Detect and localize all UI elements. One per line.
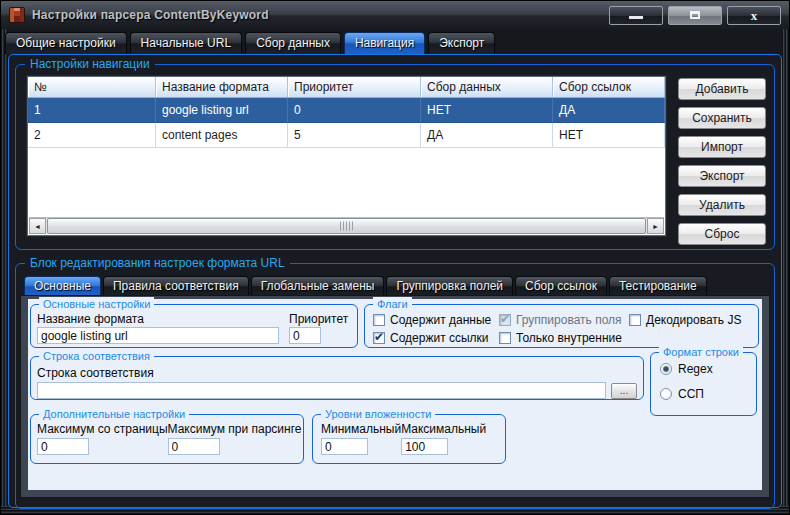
checkbox-icon (499, 314, 511, 326)
maximize-button[interactable] (668, 6, 722, 25)
window-title: Настройки парсера ContentByKeyword (32, 8, 269, 22)
string-format-group-title: Формат строки (659, 345, 743, 359)
window-frame-left (1, 29, 8, 514)
table-cell: ДА (421, 123, 553, 148)
flag-label: Группировать поля (516, 313, 622, 327)
editor-tab[interactable]: Правила соответствия (103, 276, 249, 296)
max-parsing-label: Максимум при парсинге (168, 422, 302, 436)
formats-table: №Название форматаПриоритетСбор данныхСбо… (27, 76, 666, 236)
table-cell: 1 (28, 98, 156, 123)
app-window: Настройки парсера ContentByKeyword x Общ… (0, 0, 790, 515)
экспорт-button[interactable]: Экспорт (678, 165, 766, 187)
close-icon: x (728, 7, 780, 24)
close-button[interactable]: x (727, 6, 781, 25)
max-from-page-input[interactable] (37, 438, 89, 455)
table-cell: НЕТ (421, 98, 553, 123)
table-header-cell[interactable]: Название формата (156, 77, 288, 97)
editor-tab[interactable]: Сбор ссылок (515, 276, 607, 296)
flag-label: Декодировать JS (646, 313, 741, 327)
table-header-cell[interactable]: № (28, 77, 156, 97)
main-tab[interactable]: Навигация (344, 32, 425, 54)
table-cell: ДА (553, 98, 665, 123)
main-tab[interactable]: Начальные URL (130, 32, 243, 54)
main-tab[interactable]: Экспорт (428, 32, 495, 54)
table-row[interactable]: 2content pages5ДАНЕТ (28, 123, 665, 148)
table-header-cell[interactable]: Приоритет (288, 77, 421, 97)
additional-settings-group: Дополнительные настройки Максимум со стр… (30, 414, 304, 464)
main-tab[interactable]: Общие настройки (5, 32, 127, 54)
navigation-settings-group: Настройки навигации №Название форматаПри… (15, 64, 775, 250)
format-name-input[interactable] (37, 327, 279, 344)
titlebar[interactable]: Настройки парсера ContentByKeyword x (1, 1, 789, 29)
table-header-cell[interactable]: Сбор данных (421, 77, 553, 97)
priority-input[interactable] (289, 327, 321, 344)
basic-settings-group: Основные настройки Название формата Прио… (30, 304, 358, 348)
table-header-cell[interactable]: Сбор ссылок (553, 77, 665, 97)
url-format-editor-group: Блок редактирования настроек формата URL… (15, 263, 775, 509)
basic-settings-group-title: Основные настройки (39, 297, 154, 311)
удалить-button[interactable]: Удалить (678, 194, 766, 216)
flags-group-title: Флаги (373, 297, 412, 311)
flag-checkbox[interactable]: Содержит ссылки (373, 329, 499, 347)
scroll-right-button[interactable]: ► (647, 218, 664, 234)
match-string-label: Строка соответствия (37, 366, 154, 380)
flag-label: Содержит данные (390, 313, 491, 327)
additional-settings-group-title: Дополнительные настройки (39, 407, 189, 421)
добавить-button[interactable]: Добавить (678, 78, 766, 100)
window-frame-right (782, 29, 789, 514)
radio-icon (660, 388, 672, 400)
format-name-label: Название формата (37, 312, 279, 326)
string-format-radio[interactable]: Regex (660, 362, 756, 376)
url-format-editor-group-title: Блок редактирования настроек формата URL (25, 256, 290, 270)
max-from-page-label: Максимум со страницы (37, 422, 168, 436)
main-tab[interactable]: Сбор данных (245, 32, 341, 54)
table-cell: google listing url (156, 98, 288, 123)
string-format-radio[interactable]: ССП (660, 387, 756, 401)
editor-tab[interactable]: Тестирование (609, 276, 707, 296)
nesting-levels-group: Уровни вложенности Минимальный Максималь… (312, 414, 506, 464)
nesting-levels-group-title: Уровни вложенности (321, 407, 435, 421)
nesting-min-input[interactable] (321, 438, 368, 455)
импорт-button[interactable]: Импорт (678, 136, 766, 158)
radio-label: ССП (678, 387, 704, 401)
minimize-icon (629, 16, 643, 19)
scroll-left-button[interactable]: ◄ (29, 218, 46, 234)
editor-tab[interactable]: Группировка полей (386, 276, 513, 296)
table-row[interactable]: 1google listing url0НЕТДА (28, 98, 665, 123)
table-header-row: №Название форматаПриоритетСбор данныхСбо… (28, 77, 665, 98)
checkbox-icon (373, 314, 385, 326)
editor-tab[interactable]: Глобальные замены (251, 276, 385, 296)
radio-label: Regex (678, 362, 713, 376)
scrollbar-thumb[interactable] (47, 218, 646, 234)
maximize-icon (690, 11, 700, 19)
editor-tab[interactable]: Основные (24, 276, 101, 296)
table-cell: 0 (288, 98, 421, 123)
string-format-group: Формат строки RegexССП (650, 352, 757, 416)
сохранить-button[interactable]: Сохранить (678, 107, 766, 129)
app-icon (9, 7, 25, 23)
flag-checkbox: Группировать поля (499, 311, 629, 329)
checkbox-icon (373, 332, 385, 344)
table-cell: 2 (28, 123, 156, 148)
table-body: 1google listing url0НЕТДА2content pages5… (28, 98, 665, 148)
table-cell: НЕТ (553, 123, 665, 148)
navigation-settings-group-title: Настройки навигации (25, 57, 155, 71)
table-actions: ДобавитьСохранитьИмпортЭкспортУдалитьСбр… (678, 76, 766, 241)
browse-button[interactable]: ... (611, 383, 637, 399)
flag-checkbox[interactable]: Содержит данные (373, 311, 499, 329)
max-parsing-input[interactable] (168, 438, 220, 455)
nesting-min-label: Минимальный (321, 422, 401, 436)
flag-label: Только внутренние (516, 331, 622, 345)
nesting-max-input[interactable] (401, 438, 448, 455)
main-tabstrip: Общие настройкиНачальные URLСбор данныхН… (1, 29, 789, 54)
minimize-button[interactable] (609, 6, 663, 25)
flags-grid: Содержит данныеСодержит ссылкиГруппирова… (373, 311, 750, 347)
scrollbar-track[interactable] (47, 218, 646, 234)
flag-checkbox[interactable]: Только внутренние (499, 329, 629, 347)
match-string-group-title: Строка соответствия (39, 349, 154, 363)
flag-checkbox[interactable]: Декодировать JS (629, 311, 750, 329)
сброс-button[interactable]: Сброс (678, 223, 766, 245)
editor-tab-page-basic: Основные настройки Название формата Прио… (21, 296, 769, 497)
match-string-input[interactable] (37, 382, 606, 399)
flag-label: Содержит ссылки (390, 331, 489, 345)
